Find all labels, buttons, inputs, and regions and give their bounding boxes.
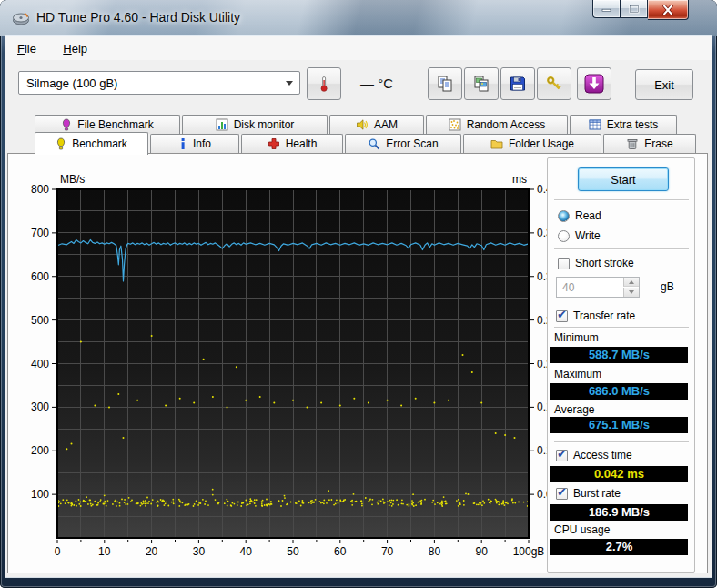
- save-button[interactable]: [500, 67, 535, 100]
- svg-text:80: 80: [429, 545, 441, 558]
- maximum-label: Maximum: [554, 368, 601, 380]
- tab-label: Info: [193, 137, 211, 150]
- tab-disk-monitor[interactable]: Disk monitor: [182, 115, 328, 134]
- options-button[interactable]: [537, 67, 571, 100]
- close-button[interactable]: [648, 0, 689, 20]
- copy-icon: [436, 75, 454, 93]
- read-label: Read: [575, 209, 601, 222]
- svg-text:500: 500: [31, 314, 49, 327]
- short-stroke-value: 40: [562, 281, 574, 294]
- svg-text:800: 800: [31, 183, 49, 196]
- radio-selected-icon: [558, 210, 570, 222]
- checkbox-checked-icon: [556, 450, 568, 461]
- svg-text:30: 30: [193, 545, 206, 558]
- svg-text:40: 40: [240, 545, 253, 558]
- tab-file-benchmark[interactable]: File Benchmark: [35, 115, 180, 134]
- cpu-usage-label: CPU usage: [554, 523, 610, 536]
- exit-label: Exit: [654, 78, 674, 92]
- svg-text:70: 70: [381, 545, 394, 558]
- svg-text:20: 20: [146, 545, 158, 558]
- titlebar: HD Tune Pro 4.60 - Hard Disk Utility: [0, 0, 717, 36]
- drive-select[interactable]: Silmage (100 gB): [18, 71, 300, 95]
- info-icon: [178, 137, 187, 150]
- menu-file[interactable]: File: [5, 36, 48, 60]
- checkbox-checked-icon: [556, 488, 568, 500]
- burst-rate-checkbox[interactable]: Burst rate: [556, 487, 621, 500]
- short-stroke-label: Short stroke: [575, 257, 634, 269]
- tab-info[interactable]: Info: [150, 134, 239, 153]
- speaker-icon: [356, 118, 369, 131]
- random-access-icon: [449, 118, 461, 131]
- triangle-down-icon: [629, 290, 634, 294]
- maximize-button[interactable]: [620, 0, 648, 18]
- svg-text:300: 300: [31, 400, 49, 413]
- svg-text:100: 100: [31, 488, 49, 501]
- tab-benchmark[interactable]: Benchmark: [35, 132, 148, 155]
- burst-rate-value: 186.9 MB/s: [550, 504, 688, 521]
- health-cross-icon: [268, 137, 280, 150]
- benchmark-page: 8007006005004003002001000.400.350.300.25…: [7, 153, 708, 573]
- tab-error-scan[interactable]: Error Scan: [345, 134, 461, 153]
- short-stroke-unit: gB: [661, 280, 674, 293]
- write-radio[interactable]: Write: [558, 229, 601, 242]
- menu-help[interactable]: Help: [51, 36, 99, 60]
- exit-button[interactable]: Exit: [635, 69, 693, 100]
- svg-text:100gB: 100gB: [513, 545, 545, 558]
- copy-image-button[interactable]: [464, 67, 499, 100]
- chevron-down-icon: [286, 81, 293, 86]
- average-label: Average: [554, 403, 594, 416]
- write-label: Write: [575, 229, 601, 242]
- svg-text:ms: ms: [512, 173, 527, 186]
- checkbox-checked-icon: [556, 310, 568, 322]
- minimum-value: 588.7 MB/s: [550, 347, 688, 363]
- lamp-yellow-icon: [56, 137, 66, 150]
- tab-erase[interactable]: Erase: [603, 134, 696, 153]
- tab-label: Health: [286, 137, 318, 150]
- radio-icon: [558, 230, 570, 242]
- svg-text:600: 600: [31, 270, 49, 283]
- spinner-down-button[interactable]: [623, 288, 639, 297]
- temperature-button[interactable]: [307, 67, 341, 100]
- close-icon: [661, 5, 674, 15]
- read-radio[interactable]: Read: [558, 209, 601, 222]
- tab-label: Benchmark: [72, 137, 127, 150]
- tab-random-access[interactable]: Random Access: [426, 115, 568, 134]
- access-time-checkbox[interactable]: Access time: [556, 449, 632, 461]
- svg-text:200: 200: [31, 444, 49, 457]
- tab-label: AAM: [374, 118, 398, 131]
- separator: [554, 199, 689, 201]
- window-title: HD Tune Pro 4.60 - Hard Disk Utility: [36, 10, 240, 25]
- download-button[interactable]: [577, 67, 611, 100]
- minimum-label: Minimum: [554, 331, 599, 344]
- app-disk-icon: [11, 8, 31, 28]
- minimize-button[interactable]: [592, 0, 620, 18]
- menu-bar: File Help: [5, 36, 712, 60]
- tab-label: Erase: [644, 137, 672, 150]
- temperature-label: — °C: [360, 76, 393, 91]
- window-controls: [592, 0, 689, 20]
- copy-text-button[interactable]: [428, 67, 462, 100]
- start-label: Start: [611, 173, 635, 187]
- short-stroke-input[interactable]: 40: [556, 277, 640, 298]
- start-button[interactable]: Start: [578, 167, 669, 191]
- tab-extra-tests[interactable]: Extra tests: [570, 115, 677, 134]
- short-stroke-checkbox[interactable]: Short stroke: [558, 257, 634, 269]
- maximum-value: 686.0 MB/s: [550, 383, 688, 400]
- tab-label: Disk monitor: [234, 118, 295, 131]
- tab-health[interactable]: Health: [241, 134, 343, 153]
- svg-text:10: 10: [98, 545, 111, 558]
- spinner-up-button[interactable]: [623, 278, 639, 287]
- separator: [554, 441, 689, 443]
- tab-folder-usage[interactable]: Folder Usage: [463, 134, 601, 153]
- maximize-icon: [629, 5, 640, 14]
- triangle-up-icon: [629, 280, 634, 284]
- svg-text:MB/s: MB/s: [60, 173, 85, 186]
- tab-label: Error Scan: [386, 137, 438, 150]
- svg-text:400: 400: [31, 358, 49, 370]
- access-time-value: 0.042 ms: [550, 466, 688, 482]
- magnifier-icon: [368, 137, 380, 150]
- svg-text:0: 0: [55, 545, 61, 558]
- transfer-rate-checkbox[interactable]: Transfer rate: [556, 309, 635, 322]
- tab-aam[interactable]: AAM: [329, 115, 424, 134]
- thermometer-icon: [315, 75, 333, 93]
